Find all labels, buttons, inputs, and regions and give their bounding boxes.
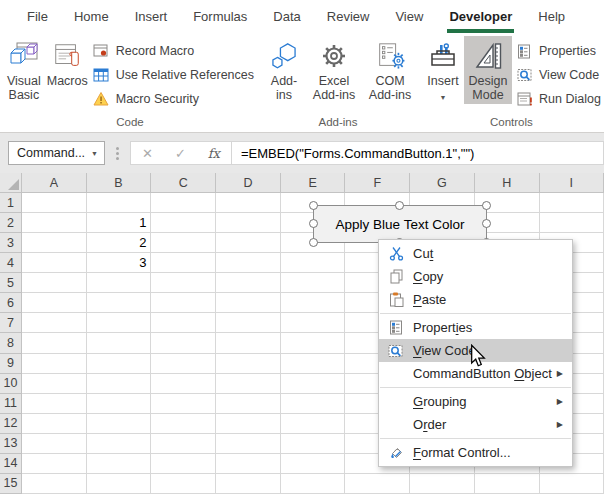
cell-F15[interactable] [345, 474, 410, 494]
cell-H15[interactable] [475, 474, 540, 494]
cell-C9[interactable] [151, 354, 216, 374]
resize-handle[interactable] [309, 219, 318, 228]
resize-handle[interactable] [482, 219, 491, 228]
cell-C7[interactable] [151, 313, 216, 333]
cell-C6[interactable] [151, 293, 216, 313]
cell-B10[interactable] [87, 374, 152, 394]
command-button[interactable]: Apply Blue Text Color [313, 205, 487, 243]
cell-D6[interactable] [216, 293, 281, 313]
cell-B2[interactable]: 1 [87, 213, 152, 233]
cell-C14[interactable] [151, 454, 216, 474]
row-header-13[interactable]: 13 [0, 434, 22, 454]
cell-E7[interactable] [281, 313, 346, 333]
cell-C15[interactable] [151, 474, 216, 494]
view-code-button[interactable]: View Code [512, 63, 604, 87]
cell-B12[interactable] [87, 414, 152, 434]
properties-button[interactable]: Properties [512, 39, 604, 63]
row-header-1[interactable]: 1 [0, 193, 22, 213]
row-header-5[interactable]: 5 [0, 273, 22, 293]
cell-D1[interactable] [216, 193, 281, 213]
cell-D14[interactable] [216, 454, 281, 474]
cell-A3[interactable] [22, 233, 87, 253]
column-header-I[interactable]: I [540, 173, 604, 193]
tab-view[interactable]: View [382, 0, 436, 33]
cell-B3[interactable]: 2 [87, 233, 152, 253]
cell-E8[interactable] [281, 333, 346, 353]
cell-C10[interactable] [151, 374, 216, 394]
row-header-12[interactable]: 12 [0, 414, 22, 434]
cell-D8[interactable] [216, 333, 281, 353]
tab-help[interactable]: Help [525, 0, 578, 33]
cell-A6[interactable] [22, 293, 87, 313]
cell-D3[interactable] [216, 233, 281, 253]
cell-C2[interactable] [151, 213, 216, 233]
formula-input[interactable]: =EMBED("Forms.CommandButton.1","") [232, 141, 604, 165]
cell-C8[interactable] [151, 333, 216, 353]
row-header-7[interactable]: 7 [0, 313, 22, 333]
cell-D12[interactable] [216, 414, 281, 434]
cell-A14[interactable] [22, 454, 87, 474]
cell-I2[interactable] [540, 213, 604, 233]
row-header-3[interactable]: 3 [0, 233, 22, 253]
tab-review[interactable]: Review [314, 0, 383, 33]
resize-handle[interactable] [482, 201, 491, 210]
cell-B13[interactable] [87, 434, 152, 454]
column-header-H[interactable]: H [475, 173, 540, 193]
name-box[interactable]: Command... ▼ [8, 141, 105, 165]
cell-D15[interactable] [216, 474, 281, 494]
tab-formulas[interactable]: Formulas [180, 0, 260, 33]
column-header-E[interactable]: E [281, 173, 346, 193]
run-dialog-button[interactable]: Run Dialog [512, 87, 604, 111]
macros-button[interactable]: Macros [46, 36, 89, 90]
cell-B6[interactable] [87, 293, 152, 313]
column-header-G[interactable]: G [410, 173, 475, 193]
resize-handle[interactable] [309, 201, 318, 210]
cell-A11[interactable] [22, 394, 87, 414]
cell-C3[interactable] [151, 233, 216, 253]
cell-D11[interactable] [216, 394, 281, 414]
menu-item-cut[interactable]: Cut [379, 242, 572, 265]
cell-B9[interactable] [87, 354, 152, 374]
tab-file[interactable]: File [14, 0, 61, 33]
formula-bar-drag-handle[interactable] [116, 147, 119, 160]
cell-A7[interactable] [22, 313, 87, 333]
cell-A2[interactable] [22, 213, 87, 233]
cell-C11[interactable] [151, 394, 216, 414]
tab-developer[interactable]: Developer [436, 0, 525, 33]
cell-E9[interactable] [281, 354, 346, 374]
cell-D7[interactable] [216, 313, 281, 333]
cell-D13[interactable] [216, 434, 281, 454]
row-header-2[interactable]: 2 [0, 213, 22, 233]
cell-A9[interactable] [22, 354, 87, 374]
tab-insert[interactable]: Insert [122, 0, 181, 33]
cell-D5[interactable] [216, 273, 281, 293]
cell-B15[interactable] [87, 474, 152, 494]
cell-A13[interactable] [22, 434, 87, 454]
cancel-icon[interactable]: ✕ [142, 146, 153, 161]
tab-data[interactable]: Data [260, 0, 313, 33]
cell-D4[interactable] [216, 253, 281, 273]
cell-A1[interactable] [22, 193, 87, 213]
row-header-11[interactable]: 11 [0, 394, 22, 414]
addins-button[interactable]: Add-ins [262, 36, 306, 104]
cell-B5[interactable] [87, 273, 152, 293]
resize-handle[interactable] [395, 201, 404, 210]
menu-item-grouping[interactable]: Grouping ▶ [379, 390, 572, 413]
record-macro-button[interactable]: Record Macro [89, 39, 258, 63]
menu-item-copy[interactable]: Copy [379, 265, 572, 288]
menu-item-paste[interactable]: Paste [379, 288, 572, 311]
cell-A10[interactable] [22, 374, 87, 394]
visual-basic-button[interactable]: Visual Basic [2, 36, 46, 104]
cell-A15[interactable] [22, 474, 87, 494]
cell-A4[interactable] [22, 253, 87, 273]
macro-security-button[interactable]: Macro Security [89, 87, 258, 111]
column-header-A[interactable]: A [22, 173, 87, 193]
cell-E4[interactable] [281, 253, 346, 273]
cell-D9[interactable] [216, 354, 281, 374]
enter-icon[interactable]: ✓ [175, 146, 186, 161]
cell-C13[interactable] [151, 434, 216, 454]
menu-item-properties[interactable]: Properties [379, 316, 572, 339]
design-mode-button[interactable]: Design Mode [464, 36, 512, 104]
cell-B14[interactable] [87, 454, 152, 474]
cell-E12[interactable] [281, 414, 346, 434]
